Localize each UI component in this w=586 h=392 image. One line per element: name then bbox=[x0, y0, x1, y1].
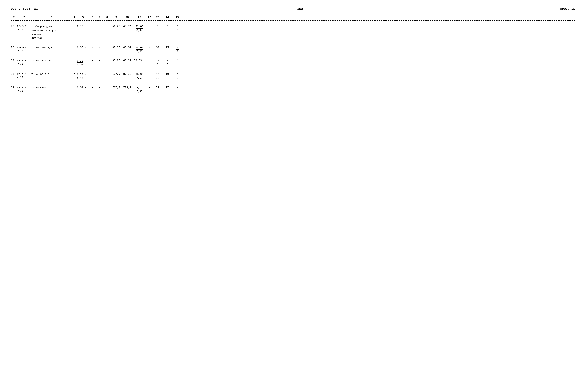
row-col11: I4,63 7,83 bbox=[133, 46, 146, 53]
row-description: То же, I59x3,2 bbox=[31, 46, 71, 50]
row-col13: I3 I2 bbox=[153, 72, 163, 80]
row-col15: 2 I bbox=[172, 72, 183, 80]
row-code: I2-2-7 к=I,I bbox=[17, 72, 31, 79]
col-header-10: IO bbox=[122, 16, 133, 19]
row-col5: 0,II - 0,02 bbox=[77, 59, 89, 67]
row-code: I2-2-6 к=I,I bbox=[17, 86, 31, 93]
row-col6: - bbox=[89, 72, 96, 76]
doc-code: 19218.00 bbox=[560, 7, 575, 11]
row-col14: I0 bbox=[163, 72, 172, 76]
col-header-1: I bbox=[11, 16, 17, 19]
row-col13: 32 bbox=[153, 46, 163, 49]
row-col9: 87,0I bbox=[111, 59, 122, 62]
row-id: I8 bbox=[11, 25, 17, 28]
row-col9: I07,6 bbox=[111, 72, 122, 76]
row-col5: 0,I6 - bbox=[77, 25, 89, 28]
col-header-12: I2 bbox=[146, 16, 153, 19]
row-col7: - bbox=[96, 72, 103, 76]
main-table: I 2 3 4 5 6 7 8 9 IO II I2 I3 I4 I5 I8 I… bbox=[11, 14, 575, 95]
row-unit: т bbox=[71, 59, 77, 62]
row-col9: I37,5 bbox=[111, 86, 122, 89]
row-col11: II,88 6,44 bbox=[133, 25, 146, 32]
row-unit: т bbox=[71, 25, 77, 28]
row-col15: 2/I - bbox=[172, 59, 183, 66]
row-col5: 0,37 - bbox=[77, 46, 89, 49]
col-header-11: II bbox=[133, 16, 146, 19]
row-col9: 56,2I bbox=[111, 25, 122, 28]
row-unit: т bbox=[71, 46, 77, 49]
page-header: 90I-7-5.84 (XI) I52 19218.00 bbox=[11, 7, 575, 11]
row-col6: - bbox=[89, 59, 96, 62]
row-col12: - bbox=[146, 72, 153, 76]
row-col8: - bbox=[103, 72, 111, 76]
row-col13: 9 bbox=[153, 25, 163, 28]
table-row: I9 I2-2-8 к=I,I То же, I59x3,2 т 0,37 - … bbox=[11, 42, 575, 55]
column-headers: I 2 3 4 5 6 7 8 9 IO II I2 I3 I4 I5 bbox=[11, 14, 575, 20]
row-unit: т bbox=[71, 72, 77, 76]
row-col10: 68,64 bbox=[122, 59, 133, 62]
row-unit: т bbox=[71, 86, 77, 89]
col-header-7: 7 bbox=[96, 16, 103, 19]
col-header-8: 8 bbox=[103, 16, 111, 19]
row-col11: I5,95 7,5I bbox=[133, 72, 146, 80]
row-col14: II bbox=[163, 86, 172, 89]
col-header-6: 6 bbox=[89, 16, 96, 19]
row-col12: - bbox=[146, 46, 153, 49]
row-col7: - bbox=[96, 25, 103, 28]
row-col7: - bbox=[96, 86, 103, 89]
row-id: 20 bbox=[11, 59, 17, 62]
row-col9: 87,0I bbox=[111, 46, 122, 49]
row-col12: - bbox=[146, 25, 153, 28]
row-col10: 40,92 bbox=[122, 25, 133, 28]
col-header-9: 9 bbox=[111, 16, 122, 19]
table-row: 22 I2-2-6 к=I,I То же,57x3 т 0,09 - - - … bbox=[11, 82, 575, 95]
row-col14: 8 I bbox=[163, 59, 172, 66]
row-col10: 87,0I bbox=[122, 72, 133, 76]
row-id: 2I bbox=[11, 72, 17, 76]
table-row: I8 I2-2-9 к=I,I Трубопровод изстальных э… bbox=[11, 21, 575, 42]
row-col10: I25,4 bbox=[122, 86, 133, 89]
row-col8: - bbox=[103, 86, 111, 89]
col-header-2: 2 bbox=[17, 16, 31, 19]
row-col15: 2 I bbox=[172, 25, 183, 32]
row-col8: - bbox=[103, 46, 111, 49]
row-code: I2-2-8 к=I,I bbox=[17, 46, 31, 52]
row-id: 22 bbox=[11, 86, 17, 89]
row-col8: - bbox=[103, 25, 111, 28]
row-id: I9 bbox=[11, 46, 17, 49]
page-number: I52 bbox=[297, 7, 303, 11]
col-header-13: I3 bbox=[153, 16, 163, 19]
row-col6: - bbox=[89, 46, 96, 49]
row-description: То же,57x3 bbox=[31, 86, 71, 90]
row-col7: - bbox=[96, 46, 103, 49]
row-col5: 0,09 - bbox=[77, 86, 89, 89]
row-col7: - bbox=[96, 59, 103, 62]
doc-number: 90I-7-5.84 (XI) bbox=[11, 8, 40, 11]
row-code: I2-2-9 к=I,I bbox=[17, 25, 31, 31]
col-header-5: 5 bbox=[77, 16, 89, 19]
table-row: 20 I2-2-8 к=I,I То же,I14x2,8 т 0,II - 0… bbox=[11, 55, 575, 68]
row-col10: 68,64 bbox=[122, 46, 133, 49]
row-code: I2-2-8 к=I,I bbox=[17, 59, 31, 66]
row-col6: - bbox=[89, 25, 96, 28]
col-header-4: 4 bbox=[71, 16, 77, 19]
col-header-3: 3 bbox=[31, 16, 71, 19]
col-header-15: I5 bbox=[172, 16, 183, 19]
row-col11: I4,63 - bbox=[133, 59, 146, 62]
row-col6: - bbox=[89, 86, 96, 89]
row-col15: 5 3 bbox=[172, 46, 183, 53]
table-row: 2I I2-2-7 к=I,I То же,89x2,8 т 0,I2 - 0,… bbox=[11, 68, 575, 82]
row-col8: - bbox=[103, 59, 111, 62]
row-col12: - bbox=[146, 86, 153, 89]
row-col13: I2 bbox=[153, 86, 163, 89]
row-col14: 7 bbox=[163, 25, 172, 28]
row-col15: - bbox=[172, 86, 183, 89]
row-col11: 4,I3 I,3I bbox=[133, 86, 146, 94]
row-col5: 0,I2 - 0,II bbox=[77, 72, 89, 80]
row-description: То же,89x2,8 bbox=[31, 72, 71, 76]
row-description: Трубопровод изстальных электро-сварных т… bbox=[31, 25, 71, 40]
row-col13: I0 2 bbox=[153, 59, 163, 66]
row-description: То же,I14x2,8 bbox=[31, 59, 71, 63]
col-header-14: I4 bbox=[163, 16, 172, 19]
row-col14: 25 bbox=[163, 46, 172, 49]
